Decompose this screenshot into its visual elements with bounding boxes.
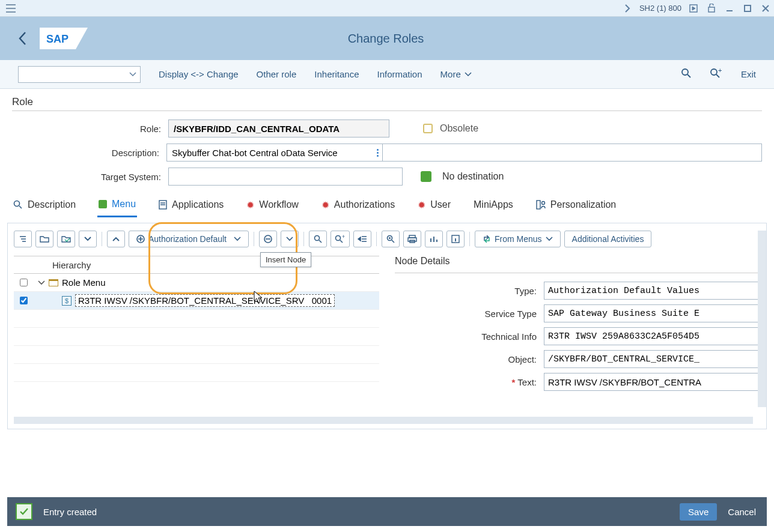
minimize-icon[interactable] bbox=[724, 4, 736, 13]
toolbar-find-icon[interactable] bbox=[309, 231, 327, 247]
detail-service-type[interactable]: SAP Gateway Business Suite E bbox=[544, 304, 760, 322]
personalization-icon bbox=[536, 200, 546, 210]
action-display-change[interactable]: Display <-> Change bbox=[159, 69, 239, 79]
tree-header: Hierarchy bbox=[33, 260, 91, 270]
split-handle-icon[interactable] bbox=[377, 144, 380, 162]
tree-root-checkbox[interactable] bbox=[20, 279, 28, 286]
svg-text:+: + bbox=[342, 235, 345, 240]
toolbar-remove-dd-icon[interactable] bbox=[281, 231, 299, 247]
tree-root-label[interactable]: Role Menu bbox=[62, 277, 106, 288]
target-system-input[interactable] bbox=[168, 168, 403, 186]
role-input[interactable]: /SKYBFR/IDD_CAN_CENTRAL_ODATA bbox=[168, 119, 389, 138]
tab-personalization[interactable]: Personalization bbox=[535, 199, 617, 216]
status-message: Entry created bbox=[43, 507, 97, 517]
from-menus-button[interactable]: From Menus bbox=[475, 231, 561, 247]
svg-point-14 bbox=[314, 236, 319, 241]
chevron-right-icon[interactable] bbox=[621, 4, 633, 13]
find-next-icon[interactable]: + bbox=[710, 68, 723, 80]
sap-logo: SAP bbox=[40, 26, 88, 50]
tab-workflow[interactable]: ✹ Workflow bbox=[245, 199, 300, 217]
role-label: Role: bbox=[12, 124, 168, 134]
toolbar-expand-icon[interactable] bbox=[79, 231, 97, 247]
action-exit[interactable]: Exit bbox=[741, 69, 756, 79]
auth-default-icon: $ bbox=[62, 296, 72, 306]
toolbar-collapse-icon[interactable] bbox=[107, 231, 125, 247]
svg-point-11 bbox=[541, 202, 544, 205]
detail-tech-info[interactable]: R3TR IWSV 259A8633C2A5F054D5 bbox=[544, 327, 760, 345]
red-burst-icon: ✹ bbox=[246, 199, 254, 211]
toolbar-remove-icon[interactable] bbox=[259, 231, 277, 247]
additional-activities-button[interactable]: Additional Activities bbox=[564, 231, 652, 247]
toolbar-find-next-icon[interactable]: + bbox=[331, 231, 350, 247]
cancel-button[interactable]: Cancel bbox=[725, 503, 758, 521]
insert-node-tooltip: Insert Node bbox=[260, 252, 311, 267]
tab-menu[interactable]: Menu bbox=[97, 199, 137, 217]
page-title: Change Roles bbox=[88, 32, 768, 46]
action-information[interactable]: Information bbox=[377, 69, 422, 79]
svg-text:SAP: SAP bbox=[46, 33, 69, 45]
document-icon bbox=[159, 200, 167, 210]
description-cont-input[interactable] bbox=[382, 144, 762, 162]
node-details-title: Node Details bbox=[395, 256, 760, 267]
action-inheritance[interactable]: Inheritance bbox=[314, 69, 359, 79]
toolbar-print-icon[interactable] bbox=[403, 231, 421, 247]
toolbar-levels-icon[interactable] bbox=[14, 231, 32, 247]
toolbar-transaction-icon[interactable] bbox=[57, 231, 75, 247]
svg-point-6 bbox=[711, 69, 717, 75]
toolbar-zoom-icon[interactable] bbox=[382, 231, 400, 247]
tab-user[interactable]: ✹ User bbox=[416, 199, 452, 217]
save-button[interactable]: Save bbox=[680, 503, 717, 521]
tab-authorizations[interactable]: ✹ Authorizations bbox=[320, 199, 396, 217]
find-icon[interactable] bbox=[681, 68, 692, 80]
no-destination-text: No destination bbox=[442, 171, 504, 182]
toolbar-indent-icon[interactable] bbox=[353, 231, 371, 247]
lock-open-icon[interactable] bbox=[705, 4, 718, 13]
folder-open-icon bbox=[49, 279, 58, 286]
svg-rect-2 bbox=[745, 5, 751, 11]
red-burst-icon: ✹ bbox=[321, 199, 329, 211]
section-role-title: Role bbox=[12, 96, 762, 108]
authorization-default-button[interactable]: Authorization Default bbox=[129, 231, 249, 247]
vertical-scrollbar[interactable] bbox=[758, 231, 766, 407]
search-icon bbox=[13, 200, 23, 210]
obsolete-checkbox[interactable] bbox=[423, 124, 433, 133]
tab-applications[interactable]: Applications bbox=[157, 199, 225, 216]
tree-node-checkbox[interactable] bbox=[20, 297, 28, 304]
horizontal-scrollbar[interactable] bbox=[14, 417, 753, 424]
svg-point-15 bbox=[335, 236, 340, 241]
close-icon[interactable] bbox=[760, 4, 772, 13]
toolbar-info-icon[interactable] bbox=[446, 231, 465, 247]
run-icon[interactable] bbox=[687, 4, 699, 13]
green-square-icon bbox=[99, 200, 107, 208]
obsolete-label: Obsolete bbox=[440, 123, 478, 134]
tab-description[interactable]: Description bbox=[12, 199, 77, 216]
chevron-down-icon[interactable] bbox=[38, 280, 45, 286]
detail-text[interactable]: R3TR IWSV /SKYBFR/BOT_CENTRA bbox=[544, 373, 760, 391]
target-label: Target System: bbox=[12, 172, 168, 182]
action-more[interactable]: More bbox=[440, 69, 472, 79]
system-id: SH2 (1) 800 bbox=[639, 4, 681, 13]
svg-rect-19 bbox=[408, 238, 416, 241]
detail-object[interactable]: /SKYBFR/BOT_CENTRAL_SERVICE_ bbox=[544, 350, 760, 368]
destination-status-icon bbox=[421, 171, 431, 182]
action-other-role[interactable]: Other role bbox=[257, 69, 297, 79]
back-button[interactable] bbox=[6, 31, 40, 46]
detail-type[interactable]: Authorization Default Values bbox=[544, 282, 760, 300]
toolbar-chart-icon[interactable] bbox=[425, 231, 443, 247]
success-icon bbox=[16, 503, 32, 520]
svg-text:+: + bbox=[718, 68, 722, 74]
tab-miniapps[interactable]: MiniApps bbox=[472, 199, 514, 216]
description-label: Description: bbox=[12, 148, 166, 158]
svg-rect-1 bbox=[708, 7, 715, 12]
menu-icon[interactable] bbox=[2, 0, 19, 17]
description-input[interactable]: Skybuffer Chat-bot Central oData Service bbox=[166, 144, 383, 162]
tree-node-label[interactable]: R3TR IWSV /SKYBFR/BOT_CENTRAL_SERVICE_SR… bbox=[75, 294, 335, 307]
transaction-select[interactable] bbox=[18, 66, 141, 83]
svg-rect-10 bbox=[537, 201, 540, 209]
red-burst-icon: ✹ bbox=[418, 199, 425, 211]
toolbar-folder-icon[interactable] bbox=[35, 231, 53, 247]
maximize-icon[interactable] bbox=[742, 4, 754, 13]
svg-point-5 bbox=[682, 69, 688, 75]
svg-point-8 bbox=[14, 201, 20, 207]
